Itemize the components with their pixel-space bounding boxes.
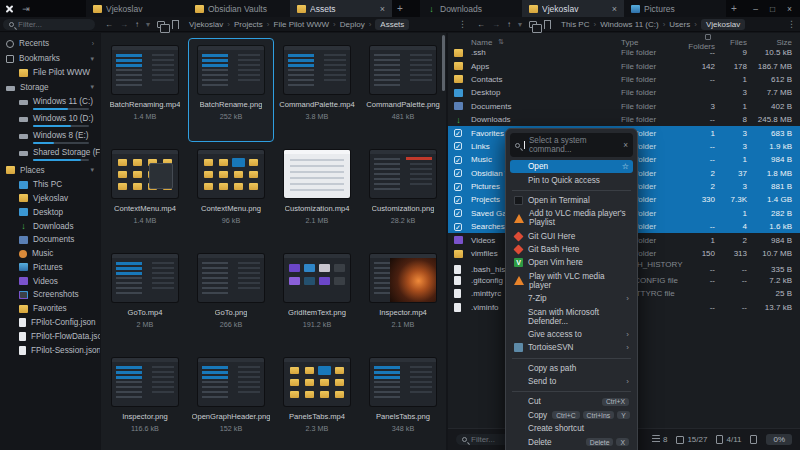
sidebar-item-file-pilot-www[interactable]: File Pilot WWW <box>0 66 100 80</box>
column-name[interactable]: Name <box>471 38 492 47</box>
table-row-ssh[interactable]: .sshFile folder--910.5 kB <box>448 46 800 59</box>
checkbox-checked-icon[interactable]: ✓ <box>454 129 462 137</box>
grid-item-customization-png[interactable]: Customization.png28.2 kB <box>360 142 446 246</box>
tab-downloads[interactable]: ↓Downloads <box>420 0 522 17</box>
grid-item-goto-mp4[interactable]: GoTo.mp42 MB <box>102 246 188 350</box>
menu-item-pin-to-quick-access[interactable]: Pin to Quick access <box>510 173 633 186</box>
grid-item-inspector-mp4[interactable]: Inspector.mp42.1 MB <box>360 246 446 350</box>
breadcrumb-item-this-pc[interactable]: This PC <box>561 20 589 29</box>
column-files[interactable]: Files <box>725 38 757 47</box>
sidebar-item-fpilot-flowdata-json[interactable]: FPilot-FlowData.json <box>0 329 100 343</box>
back-icon[interactable]: ← <box>105 20 113 29</box>
sidebar-filter-input[interactable]: Filter... <box>3 19 95 30</box>
scrollbar[interactable] <box>442 35 445 91</box>
tab-assets[interactable]: Assets× <box>290 0 392 17</box>
tab-vjekoslav[interactable]: Vjekoslav <box>86 0 188 17</box>
clipboard-icon[interactable] <box>750 435 757 444</box>
menu-item-send-to[interactable]: Send to› <box>510 375 633 388</box>
grid-item-panelstabs-png[interactable]: PanelsTabs.png348 kB <box>360 350 446 450</box>
chevron-down-icon[interactable]: ▾ <box>90 55 94 63</box>
menu-item-open-in-terminal[interactable]: Open in Terminal <box>510 194 633 207</box>
up-icon[interactable]: ↑ <box>507 20 511 29</box>
back-icon[interactable]: ← <box>477 20 485 29</box>
checkbox-checked-icon[interactable]: ✓ <box>454 156 462 164</box>
new-tab-button[interactable]: + <box>392 0 408 17</box>
sidebar-drive-windows-10-d[interactable]: Windows 10 (D:) <box>0 112 100 123</box>
grid-item-goto-png[interactable]: GoTo.png266 kB <box>188 246 274 350</box>
grid-item-batchrename-png[interactable]: BatchRename.png252 kB <box>188 38 274 142</box>
checkbox-checked-icon[interactable]: ✓ <box>454 169 462 177</box>
breadcrumb-item-file-pilot-www[interactable]: File Pilot WWW <box>274 20 330 29</box>
grid-item-customization-mp4[interactable]: Customization.mp42.1 MB <box>274 142 360 246</box>
sidebar-drive-shared-storage-f[interactable]: Shared Storage (F:) <box>0 146 100 157</box>
grid-item-opengraphheader-png[interactable]: OpenGraphHeader.png152 kB <box>188 350 274 450</box>
close-icon[interactable]: × <box>623 141 628 150</box>
bookmark-icon[interactable] <box>544 20 551 29</box>
menu-item-copy[interactable]: CopyCtrl+CCtrl+InsY <box>510 409 633 422</box>
forward-icon[interactable]: → <box>492 20 500 29</box>
tab-pictures[interactable]: Pictures <box>624 0 726 17</box>
menu-item-open[interactable]: Open☆ <box>510 160 633 173</box>
sidebar-section-places[interactable]: Places▾ <box>0 163 100 178</box>
duplicate-tab-icon[interactable] <box>529 21 537 28</box>
sidebar-item-videos[interactable]: Videos <box>0 274 100 288</box>
menu-item-delete[interactable]: DeleteDeleteX <box>510 435 633 448</box>
zoom-level-button[interactable]: 0% <box>766 434 792 445</box>
tab-obsidian-vaults[interactable]: Obsidian Vaults <box>188 0 290 17</box>
grid-item-inspector-png[interactable]: Inspector.png116.6 kB <box>102 350 188 450</box>
checkbox-checked-icon[interactable]: ✓ <box>454 196 462 204</box>
checkbox-checked-icon[interactable]: ✓ <box>454 223 462 231</box>
sidebar-item-fpilot-config-json[interactable]: FPilot-Config.json <box>0 316 100 330</box>
breadcrumb-item-projects[interactable]: Projects <box>234 20 263 29</box>
pane-menu-icon[interactable]: ⋮ <box>458 19 467 29</box>
menu-item-add-to-vlc-media-player-s-playlist[interactable]: Add to VLC media player's Playlist <box>510 207 633 229</box>
sidebar-item-fpilot-session-json[interactable]: FPilot-Session.json <box>0 343 100 357</box>
grid-item-griditemtext-png[interactable]: GridItemText.png191.2 kB <box>274 246 360 350</box>
checkbox-checked-icon[interactable]: ✓ <box>454 142 462 150</box>
sidebar-section-recents[interactable]: Recents› <box>0 36 100 51</box>
close-icon[interactable]: × <box>380 4 385 14</box>
sidebar-item-favorites[interactable]: Favorites <box>0 302 100 316</box>
menu-item-git-bash-here[interactable]: Git Bash Here <box>510 243 633 256</box>
command-search-input[interactable]: Select a system command... × <box>510 133 633 157</box>
table-row-apps[interactable]: AppsFile folder142178186.7 MB <box>448 59 800 72</box>
sidebar-item-music[interactable]: Music <box>0 247 100 261</box>
sidebar-item-documents[interactable]: Documents <box>0 233 100 247</box>
menu-item-open-vim-here[interactable]: VOpen Vim here <box>510 256 633 269</box>
pane-options-icon[interactable]: ⋮ <box>787 19 796 29</box>
menu-item-tortoisesvn[interactable]: TortoiseSVN› <box>510 341 633 354</box>
menu-item-cut[interactable]: CutCtrl+X <box>510 395 633 408</box>
grid-item-commandpalette-mp4[interactable]: CommandPalette.mp43.8 MB <box>274 38 360 142</box>
breadcrumb-item-users[interactable]: Users <box>669 20 690 29</box>
sidebar-drive-windows-8-e[interactable]: Windows 8 (E:) <box>0 129 100 140</box>
chevron-right-icon[interactable]: › <box>92 40 94 47</box>
tab-overflow-icon[interactable]: ⇥ <box>18 0 34 17</box>
grid-item-batchrenaming-mp4[interactable]: BatchRenaming.mp41.4 MB <box>102 38 188 142</box>
close-button[interactable]: × <box>781 0 798 17</box>
maximize-button[interactable]: □ <box>764 0 781 17</box>
sidebar-drive-windows-11-c[interactable]: Windows 11 (C:) <box>0 95 100 106</box>
minimize-button[interactable]: – <box>747 0 764 17</box>
checkbox-checked-icon[interactable]: ✓ <box>454 209 462 217</box>
favorite-star-icon[interactable]: ☆ <box>622 162 629 171</box>
column-type[interactable]: Type <box>621 38 685 47</box>
table-row-contacts[interactable]: ContactsFile folder--1612 B <box>448 73 800 86</box>
forward-icon[interactable]: → <box>120 20 128 29</box>
grid-item-panelstabs-mp4[interactable]: PanelsTabs.mp42.3 MB <box>274 350 360 450</box>
new-tab-button[interactable]: + <box>726 0 742 17</box>
grid-item-commandpalette-png[interactable]: CommandPalette.png481 kB <box>360 38 446 142</box>
breadcrumb-item-vjekoslav[interactable]: Vjekoslav <box>189 20 223 29</box>
history-chevron-icon[interactable]: ▾ <box>146 20 150 29</box>
sidebar-item-downloads[interactable]: ↓Downloads <box>0 219 100 233</box>
menu-item-7-zip[interactable]: 7-Zip› <box>510 292 633 305</box>
sidebar-section-storage[interactable]: Storage▾ <box>0 80 100 95</box>
chevron-down-icon[interactable]: ▾ <box>90 83 94 91</box>
table-row-downloads[interactable]: ↓DownloadsFile folder--8245.8 MB <box>448 113 800 126</box>
breadcrumb-item-vjekoslav[interactable]: Vjekoslav <box>701 19 745 30</box>
history-chevron-icon[interactable]: ▾ <box>518 20 522 29</box>
menu-item-play-with-vlc-media-player[interactable]: Play with VLC media player <box>510 270 633 292</box>
checkbox-checked-icon[interactable]: ✓ <box>454 183 462 191</box>
sidebar-item-vjekoslav[interactable]: Vjekoslav <box>0 192 100 206</box>
table-row-desktop[interactable]: DesktopFile folder37.7 MB <box>448 86 800 99</box>
menu-item-give-access-to[interactable]: Give access to› <box>510 328 633 341</box>
